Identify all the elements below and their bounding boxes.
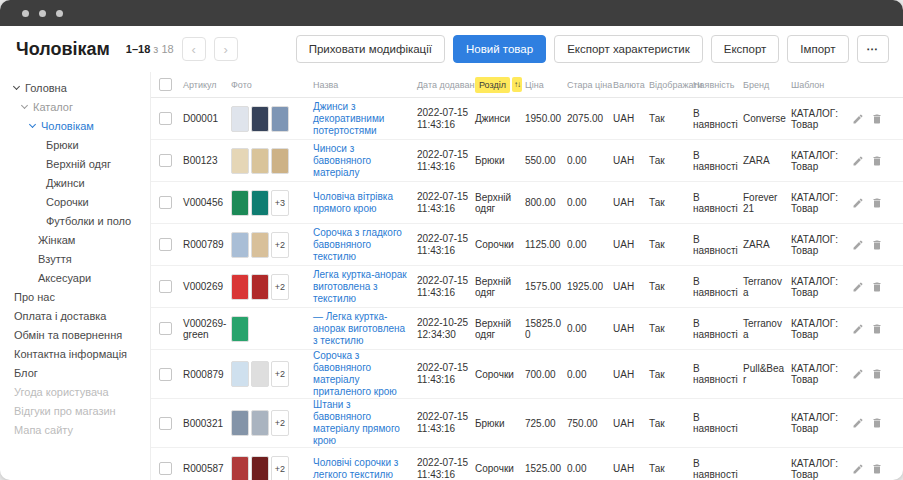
brand-cell: ZARA [743, 155, 791, 166]
delete-icon[interactable] [871, 239, 883, 251]
time-value: 11:43:16 [417, 203, 471, 215]
row-checkbox[interactable] [159, 368, 172, 381]
delete-icon[interactable] [871, 368, 883, 380]
column-header-brand[interactable]: Бренд [743, 80, 791, 90]
table-row[interactable]: V000269 +2 Легка куртка-анорак виготовле… [151, 266, 903, 308]
table-row[interactable]: V000456 +3 Чоловіча вітрівка прямого кро… [151, 182, 903, 224]
sidebar-item-shirts[interactable]: Сорочки [14, 192, 150, 211]
edit-icon[interactable] [852, 463, 864, 475]
delete-icon[interactable] [871, 281, 883, 293]
edit-icon[interactable] [852, 323, 864, 335]
row-checkbox[interactable] [159, 154, 172, 167]
sidebar-item-store-reviews[interactable]: Відгуки про магазин [14, 401, 150, 420]
row-checkbox[interactable] [159, 196, 172, 209]
more-photos-badge[interactable]: +3 [271, 190, 289, 216]
sidebar-item-exchange-return[interactable]: Обмін та повернення [14, 325, 150, 344]
column-header-template[interactable]: Шаблон [791, 80, 843, 90]
product-name-link[interactable]: — Легка куртка-анорак виготовлена з текс… [313, 311, 409, 347]
table-row[interactable]: V000269-green — Легка куртка-анорак виго… [151, 308, 903, 350]
sidebar-item-outerwear[interactable]: Верхній одяг [14, 154, 150, 173]
sidebar-item-payment-delivery[interactable]: Оплата і доставка [14, 306, 150, 325]
row-checkbox[interactable] [159, 417, 172, 430]
sidebar-item-sitemap[interactable]: Мапа сайту [14, 420, 150, 439]
sort-icon[interactable]: ↑↓ [512, 77, 522, 92]
edit-icon[interactable] [852, 155, 864, 167]
product-name-link[interactable]: Чоловіча вітрівка прямого крою [313, 191, 409, 215]
more-photos-badge[interactable]: +2 [271, 361, 289, 387]
table-row[interactable]: D00001 Джинси з декоративними потертостя… [151, 98, 903, 140]
delete-icon[interactable] [871, 463, 883, 475]
edit-icon[interactable] [852, 281, 864, 293]
sidebar-item-men[interactable]: Чоловікам [14, 116, 150, 135]
product-name-link[interactable]: Штани з бавовняного матеріалу прямого кр… [313, 399, 409, 447]
product-name-link[interactable]: Сорочка з гладкого бавовняного текстилю [313, 227, 409, 263]
prev-page-button[interactable]: ‹ [182, 37, 206, 61]
more-button[interactable]: ⋯ [857, 35, 890, 63]
delete-icon[interactable] [871, 113, 883, 125]
row-checkbox[interactable] [159, 280, 172, 293]
table-row[interactable]: B000321 +2 Штани з бавовняного матеріалу… [151, 399, 903, 448]
export-attributes-button[interactable]: Експорт характеристик [554, 35, 703, 63]
window-control-dot[interactable] [22, 10, 29, 17]
next-page-button[interactable]: › [214, 37, 238, 61]
column-header-availability[interactable]: Наявність [693, 80, 743, 90]
edit-icon[interactable] [852, 239, 864, 251]
row-checkbox[interactable] [159, 462, 172, 475]
column-header-price[interactable]: Ціна [525, 80, 567, 90]
delete-icon[interactable] [871, 197, 883, 209]
table-row[interactable]: R000587 +2 Чоловічі сорочки з легкого те… [151, 448, 903, 480]
export-button[interactable]: Експорт [711, 35, 780, 63]
import-button[interactable]: Імпорт [787, 35, 848, 63]
column-header-old_price[interactable]: Стара ціна [567, 80, 613, 90]
window-control-dot[interactable] [39, 10, 46, 17]
product-name-link[interactable]: Легка куртка-анорак виготовлена з тексти… [313, 269, 409, 305]
more-photos-badge[interactable]: +2 [271, 410, 289, 436]
table-row[interactable]: B00123 Чиноси з бавовняного матеріалу 20… [151, 140, 903, 182]
edit-icon[interactable] [852, 368, 864, 380]
product-name-link[interactable]: Чиноси з бавовняного матеріалу [313, 143, 409, 179]
column-header-photo[interactable]: Фото [231, 80, 313, 90]
availability-cell: В наявності [693, 192, 743, 214]
row-checkbox[interactable] [159, 238, 172, 251]
table-row[interactable]: R000879 +2 Сорочка з бавовняного матеріа… [151, 350, 903, 399]
sidebar-item-women[interactable]: Жінкам [14, 230, 150, 249]
availability-cell: В наявності [693, 412, 743, 434]
column-header-section[interactable]: Розділ↑↓ [475, 77, 525, 93]
column-header-name[interactable]: Назва [313, 80, 417, 90]
sidebar-item-jeans[interactable]: Джинси [14, 173, 150, 192]
sidebar-item-shoes[interactable]: Взуття [14, 249, 150, 268]
product-name-link[interactable]: Сорочка з бавовняного матеріалу притален… [313, 350, 409, 398]
sidebar-item-user-agreement[interactable]: Угода користувача [14, 382, 150, 401]
column-label: Бренд [743, 80, 769, 90]
sidebar-item-pants[interactable]: Брюки [14, 135, 150, 154]
product-name-link[interactable]: Чоловічі сорочки з легкого текстилю [313, 457, 409, 480]
edit-icon[interactable] [852, 417, 864, 429]
row-checkbox[interactable] [159, 112, 172, 125]
delete-icon[interactable] [871, 417, 883, 429]
column-header-display[interactable]: Відображати [649, 80, 693, 90]
sidebar-item-accessories[interactable]: Аксесуари [14, 268, 150, 287]
sidebar-item-tshirts-polo[interactable]: Футболки и поло [14, 211, 150, 230]
hide-modifications-button[interactable]: Приховати модифікації [296, 35, 445, 63]
sidebar-item-contacts[interactable]: Контактна інформація [14, 344, 150, 363]
more-photos-badge[interactable]: +2 [271, 456, 289, 480]
sidebar-item-blog[interactable]: Блог [14, 363, 150, 382]
row-checkbox[interactable] [159, 322, 172, 335]
more-photos-badge[interactable]: +2 [271, 274, 289, 300]
more-photos-badge[interactable]: +2 [271, 232, 289, 258]
sidebar-item-home[interactable]: Головна [14, 78, 150, 97]
delete-icon[interactable] [871, 155, 883, 167]
select-all-checkbox[interactable] [159, 78, 172, 91]
window-control-dot[interactable] [56, 10, 63, 17]
sidebar-item-catalog[interactable]: Каталог [14, 97, 150, 116]
edit-icon[interactable] [852, 197, 864, 209]
column-header-currency[interactable]: Валюта [613, 80, 649, 90]
new-product-button[interactable]: Новий товар [453, 35, 546, 63]
column-header-sku[interactable]: Артикул [183, 80, 231, 90]
sidebar-item-about[interactable]: Про нас [14, 287, 150, 306]
table-row[interactable]: R000789 +2 Сорочка з гладкого бавовняног… [151, 224, 903, 266]
product-name-link[interactable]: Джинси з декоративними потертостями [313, 101, 409, 137]
edit-icon[interactable] [852, 113, 864, 125]
delete-icon[interactable] [871, 323, 883, 335]
column-header-date[interactable]: Дата додавання [417, 80, 475, 90]
